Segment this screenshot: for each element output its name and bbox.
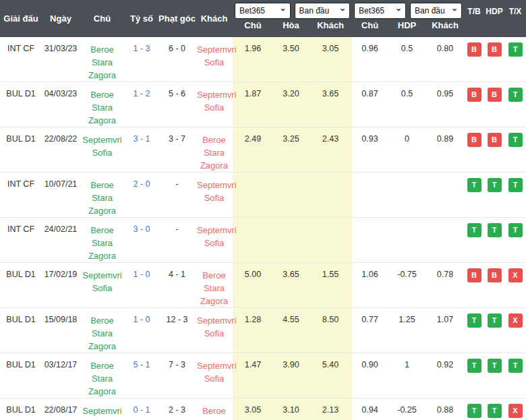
odds-hdp-home-cell: 0.77	[352, 308, 388, 353]
result-tb-badge: T	[467, 359, 481, 373]
match-row: INT CF 10/07/21 Beroe Stara Zagora 2 - 0…	[0, 173, 526, 218]
score-link[interactable]: 1 - 0	[125, 263, 158, 308]
result-hdp-cell: T	[484, 308, 504, 353]
away-team-cell: Beroe Stara Zagora	[196, 398, 233, 420]
league-cell: INT CF	[0, 218, 42, 263]
date-cell: 31/03/23	[42, 37, 80, 82]
league-cell: BUL D1	[0, 308, 42, 353]
match-row: BUL D1 15/09/18 Beroe Stara Zagora 1 - 0…	[0, 308, 526, 353]
odds-1x2-away-cell: 3.05	[309, 37, 352, 82]
odds-hdp-away-cell: 1.07	[426, 308, 464, 353]
date-cell: 10/07/21	[42, 173, 80, 218]
odds-1x2-away-cell: 2.43	[309, 127, 352, 173]
result-tb-badge: T	[467, 223, 481, 237]
home-team-cell: Beroe Stara Zagora	[80, 218, 125, 263]
score-link[interactable]: 3 - 1	[125, 127, 158, 173]
bookmaker-select-hdp[interactable]: Bet365	[354, 3, 406, 19]
league-cell: BUL D1	[0, 127, 42, 173]
date-cell: 22/08/22	[42, 127, 80, 173]
result-hdp-cell: B	[484, 127, 504, 173]
league-cell: BUL D1	[0, 353, 42, 398]
odds-1x2-away-cell	[309, 218, 352, 263]
score-link[interactable]: 3 - 0	[125, 218, 158, 263]
odds-time-select-1x2[interactable]: Ban đầu	[295, 3, 351, 19]
score-link[interactable]: 5 - 1	[125, 353, 158, 398]
odds-time-select-hdp[interactable]: Ban đầu	[410, 3, 462, 19]
league-cell: BUL D1	[0, 398, 42, 420]
corners-cell: 7 - 3	[158, 353, 196, 398]
away-team-cell: Beroe Stara Zagora	[196, 263, 233, 308]
date-cell: 04/03/23	[42, 82, 80, 127]
odds-hdp-line-cell: -0.75	[388, 263, 426, 308]
result-hdp-cell: B	[484, 263, 504, 308]
odds-1x2-away-cell: 2.13	[309, 398, 352, 420]
match-row: BUL D1 22/08/17 Septemvri Sofia 0 - 1 2 …	[0, 398, 526, 420]
odds-hdp-line-cell: 0	[388, 127, 426, 173]
odds-hdp-line-cell: 1.25	[388, 308, 426, 353]
col-header-hdp-away: Khách	[426, 20, 464, 37]
result-hdp-cell: T	[484, 173, 504, 218]
league-cell: BUL D1	[0, 263, 42, 308]
result-tx-cell: X	[504, 398, 526, 420]
result-hdp-badge: B	[488, 268, 502, 282]
col-header-hdp-result: HDP	[484, 0, 504, 37]
result-hdp-badge: B	[488, 133, 502, 147]
corners-cell: 6 - 0	[158, 37, 196, 82]
corners-cell: 3 - 7	[158, 127, 196, 173]
date-cell: 22/08/17	[42, 398, 80, 420]
score-link[interactable]: 1 - 3	[125, 37, 158, 82]
col-header-1x2-home: Chủ	[233, 20, 273, 37]
odds-1x2-select-group: Bet365 Ban đầu	[233, 0, 352, 20]
result-tx-cell: X	[504, 308, 526, 353]
result-hdp-cell: T	[484, 398, 504, 420]
odds-hdp-home-cell: 0.90	[352, 353, 388, 398]
col-header-date: Ngày	[42, 0, 80, 37]
result-tb-badge: T	[467, 313, 481, 328]
header-top-row: Giải đấu Ngày Chủ Tỷ số Phạt góc Khách B…	[0, 0, 526, 20]
date-cell: 03/12/17	[42, 353, 80, 398]
odds-hdp-home-cell: 0.93	[352, 127, 388, 173]
chevron-down-icon: Bet365	[354, 3, 406, 19]
match-row: BUL D1 03/12/17 Beroe Stara Zagora 5 - 1…	[0, 353, 526, 398]
odds-hdp-away-cell: 0.78	[426, 263, 464, 308]
result-tb-cell: B	[464, 127, 484, 173]
date-cell: 15/09/18	[42, 308, 80, 353]
home-team-cell: Septemvri Sofia	[80, 398, 125, 420]
odds-1x2-home-cell: 3.05	[233, 398, 273, 420]
odds-1x2-draw-cell	[273, 218, 309, 263]
chevron-down-icon: Ban đầu	[410, 3, 462, 19]
corners-cell: -	[158, 173, 196, 218]
result-hdp-cell: T	[484, 353, 504, 398]
odds-hdp-home-cell: 0.96	[352, 37, 388, 82]
corners-cell: 2 - 3	[158, 398, 196, 420]
result-tb-badge: T	[467, 404, 481, 418]
bookmaker-select-1x2[interactable]: Bet365	[235, 3, 291, 19]
col-header-away: Khách	[196, 0, 233, 37]
home-team-cell: Beroe Stara Zagora	[80, 173, 125, 218]
corners-cell: -	[158, 218, 196, 263]
score-link[interactable]: 1 - 2	[125, 82, 158, 127]
odds-hdp-home-cell	[352, 173, 388, 218]
score-link[interactable]: 1 - 0	[125, 308, 158, 353]
odds-1x2-draw-cell: 3.90	[273, 353, 309, 398]
odds-1x2-away-cell: 3.65	[309, 82, 352, 127]
odds-1x2-home-cell: 2.49	[233, 127, 273, 173]
col-header-corners: Phạt góc	[158, 0, 196, 37]
table-header: Giải đấu Ngày Chủ Tỷ số Phạt góc Khách B…	[0, 0, 526, 37]
result-tb-cell: T	[464, 173, 484, 218]
result-tx-badge: X	[508, 268, 523, 282]
odds-1x2-draw-cell: 3.50	[273, 37, 309, 82]
col-header-hdp-line: HDP	[388, 20, 426, 37]
odds-1x2-draw-cell: 4.55	[273, 308, 309, 353]
result-tx-badge: T	[508, 88, 523, 102]
result-hdp-cell: B	[484, 37, 504, 82]
score-link[interactable]: 0 - 1	[125, 398, 158, 420]
col-header-hdp-home: Chủ	[352, 20, 388, 37]
score-link[interactable]: 2 - 0	[125, 173, 158, 218]
result-tx-cell: X	[504, 263, 526, 308]
col-header-1x2-away: Khách	[309, 20, 352, 37]
result-tx-cell: T	[504, 82, 526, 127]
result-tb-badge: B	[467, 268, 481, 282]
home-team-cell: Septemvri Sofia	[80, 127, 125, 173]
league-cell: INT CF	[0, 37, 42, 82]
